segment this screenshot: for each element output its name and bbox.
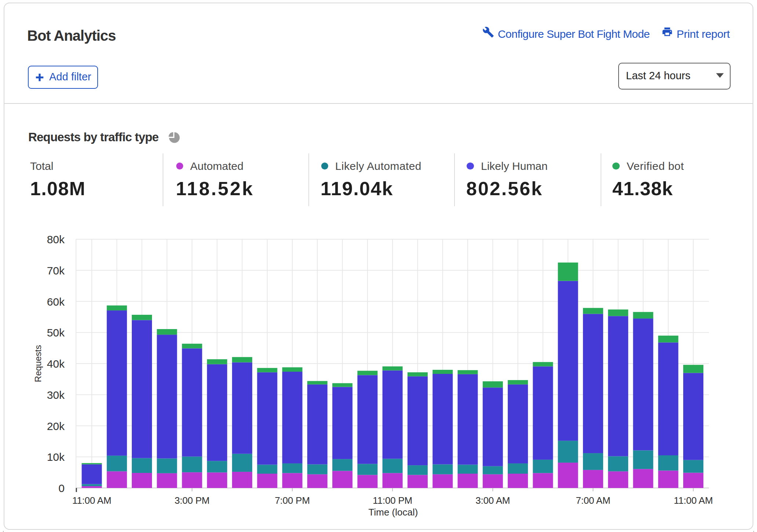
svg-text:Time (local): Time (local) [369, 507, 418, 518]
svg-text:Requests: Requests [33, 345, 43, 382]
svg-text:11:00 AM: 11:00 AM [72, 495, 111, 506]
svg-text:80k: 80k [47, 233, 65, 245]
svg-text:3:00 AM: 3:00 AM [475, 495, 510, 506]
svg-text:11:00 AM: 11:00 AM [674, 495, 713, 506]
svg-text:0: 0 [58, 482, 65, 494]
svg-text:50k: 50k [47, 327, 65, 339]
svg-text:7:00 PM: 7:00 PM [275, 495, 309, 506]
svg-text:20k: 20k [47, 420, 65, 432]
svg-text:10k: 10k [47, 451, 65, 463]
svg-text:70k: 70k [47, 265, 65, 277]
svg-text:60k: 60k [47, 296, 65, 308]
svg-text:40k: 40k [47, 358, 65, 370]
svg-text:3:00 PM: 3:00 PM [174, 495, 209, 506]
svg-text:30k: 30k [47, 389, 65, 401]
svg-text:7:00 AM: 7:00 AM [576, 495, 610, 506]
svg-text:11:00 PM: 11:00 PM [373, 495, 412, 506]
